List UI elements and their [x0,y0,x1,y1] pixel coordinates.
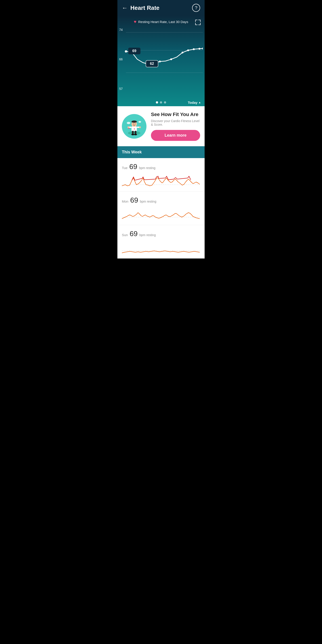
svg-point-36 [128,126,129,128]
fitness-card: ♥ See How Fit You Are [118,106,204,146]
svg-point-40 [131,134,134,135]
chart-legend: ♥ Resting Heart Rate, Last 30 Days [118,19,204,24]
day-header-sun: Sun 69 bpm resting [122,230,200,238]
svg-text:♥: ♥ [134,128,135,130]
bpm-unit-tue: bpm resting [139,166,156,170]
this-week-title: This Week [122,150,142,154]
bpm-value-tue: 69 [129,162,137,171]
bpm-unit-sun: bpm resting [139,233,156,237]
dot-1[interactable] [156,101,158,104]
svg-point-15 [182,52,183,54]
svg-rect-1 [195,20,196,22]
chart-container: 74 66 57 69 62 [118,28,204,100]
day-header-mon: Mon 69 bpm resting [122,196,200,204]
learn-more-button[interactable]: Learn more [151,130,200,141]
day-row-mon: Mon 69 bpm resting [118,192,204,225]
svg-point-37 [139,126,141,128]
svg-point-16 [187,50,189,51]
y-label-high: 74 [119,28,123,32]
y-label-low: 57 [119,87,123,90]
svg-rect-3 [200,20,200,22]
svg-text:62: 62 [150,62,154,66]
day-label-sun: Sun [122,233,128,237]
svg-point-31 [132,120,137,123]
person-illustration: ♥ [125,116,143,136]
svg-rect-38 [132,131,134,134]
day-row-tue: Tue 69 bpm resting [118,158,204,192]
dot-3[interactable] [164,101,166,104]
help-button[interactable]: ? [192,4,200,12]
this-week-header: This Week [118,146,204,158]
svg-point-26 [138,121,141,123]
svg-point-18 [198,48,200,50]
day-header-tue: Tue 69 bpm resting [122,162,200,171]
svg-point-14 [170,58,172,60]
heart-icon: ♥ [134,19,136,24]
y-label-mid: 66 [119,58,123,61]
day-label-tue: Tue [122,166,128,170]
bpm-value-sun: 69 [130,230,138,238]
heart-chart-mon [122,207,200,225]
bpm-value-mon: 69 [130,196,138,204]
svg-point-33 [135,124,136,124]
page-title: Heart Rate [130,4,192,12]
svg-point-11 [125,50,127,52]
fitness-title: See How Fit You Are [151,112,200,118]
svg-point-32 [133,124,134,124]
dot-2[interactable] [160,101,162,104]
svg-rect-7 [198,24,200,25]
svg-rect-39 [134,131,136,134]
fitness-avatar: ♥ [122,114,146,139]
svg-point-13 [159,60,161,62]
today-arrow-icon: ▲ [198,101,201,104]
fitness-content: See How Fit You Are Discover your Cardio… [151,112,200,141]
bpm-unit-mon: bpm resting [140,200,156,203]
legend-text: Resting Heart Rate, Last 30 Days [138,20,188,24]
svg-point-25 [127,122,130,124]
svg-point-41 [134,134,137,135]
back-button[interactable]: ← [122,4,128,12]
y-axis-labels: 74 66 57 [119,28,123,100]
chart-area: ♥ Resting Heart Rate, Last 30 Days 74 66… [118,16,204,106]
svg-rect-5 [195,24,198,25]
heart-chart-sun [122,240,200,258]
fitness-description: Discover your Cardio Fitness Level & Sco… [151,119,200,126]
expand-button[interactable] [195,19,201,26]
chart-bottom: Today ▲ [118,100,204,106]
heart-rate-chart: 69 62 [119,28,203,90]
header: ← Heart Rate ? [118,0,204,16]
day-label-mon: Mon [122,200,128,203]
today-label: Today ▲ [188,100,201,104]
svg-text:69: 69 [132,49,136,53]
svg-point-17 [193,48,195,50]
heart-chart-tue [122,174,200,192]
svg-point-19 [202,48,203,50]
pagination-dots [156,101,166,104]
day-row-sun: Sun 69 bpm resting [118,225,204,258]
svg-rect-42 [128,128,130,129]
